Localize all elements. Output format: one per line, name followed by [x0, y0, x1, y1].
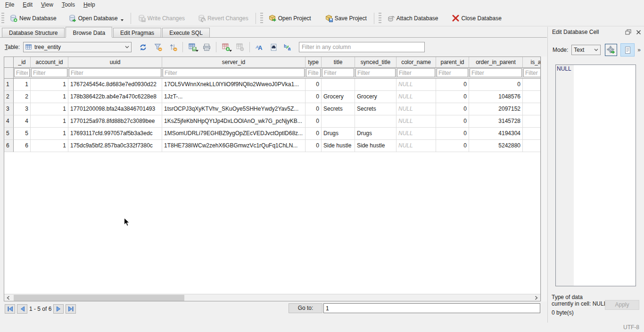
grid-cell[interactable]: 3145728: [469, 115, 523, 128]
column-header-title[interactable]: title: [322, 57, 355, 68]
horizontal-scrollbar[interactable]: [4, 294, 540, 301]
grid-cell[interactable]: 1: [31, 79, 68, 91]
grid-cell[interactable]: 1JzT-...: [162, 91, 305, 103]
vertical-scrollbar[interactable]: [541, 57, 547, 301]
grid-cell[interactable]: 1767245454c.8d683e7ed0930d22: [68, 79, 162, 91]
tab-edit-pragmas[interactable]: Edit Pragmas: [113, 28, 161, 37]
last-record-button[interactable]: [66, 304, 76, 314]
grid-cell[interactable]: 0: [436, 128, 469, 140]
float-panel-icon[interactable]: [625, 29, 631, 35]
previous-record-button[interactable]: [17, 304, 27, 314]
save-table-view-button[interactable]: [187, 41, 198, 53]
grid-cell[interactable]: 0: [305, 115, 322, 128]
row-number[interactable]: 1: [4, 79, 14, 91]
grid-cell[interactable]: 1T8HE738IWCw2zehX6GBGmwzVc1rQuFq1ChLN...: [162, 140, 305, 152]
column-header-type[interactable]: type: [305, 57, 322, 68]
grid-cell[interactable]: 1KsZ5jfeKbNHpQYtJp4DxLOOlAnO_wk7G_pcNjyK…: [162, 115, 305, 128]
filter-input-account_id[interactable]: [31, 68, 67, 77]
menu-file[interactable]: File: [1, 0, 18, 9]
filter-input-_id[interactable]: [14, 68, 30, 77]
save-project-button[interactable]: Save Project: [321, 12, 371, 24]
refresh-button[interactable]: [137, 41, 149, 53]
grid-cell[interactable]: [355, 79, 396, 91]
filter-input-type[interactable]: [306, 68, 321, 77]
column-header-uuid[interactable]: uuid: [68, 57, 162, 68]
goto-button[interactable]: Go to:: [289, 303, 322, 313]
filter-input-order_in_parent[interactable]: [470, 68, 522, 77]
grid-cell[interactable]: Secrets: [322, 103, 355, 115]
goto-record-input[interactable]: [323, 303, 540, 313]
grid-cell[interactable]: 4194304: [469, 128, 523, 140]
tab-database-structure[interactable]: Database Structure: [2, 28, 65, 37]
grid-cell[interactable]: [523, 103, 541, 115]
grid-cell[interactable]: 17701200098.bfa24a3846701493: [68, 103, 162, 115]
column-header-account_id[interactable]: account_id: [31, 57, 68, 68]
insert-record-button[interactable]: [220, 41, 231, 53]
toolbar-overflow-icon[interactable]: »: [637, 47, 641, 53]
grid-cell[interactable]: 0: [305, 128, 322, 140]
grid-cell[interactable]: [523, 128, 541, 140]
grid-cell[interactable]: 1: [31, 128, 68, 140]
grid-cell[interactable]: NULL: [396, 115, 436, 128]
grid-cell[interactable]: 2097152: [469, 103, 523, 115]
grid-cell[interactable]: 5: [14, 128, 31, 140]
grid-cell[interactable]: 3: [14, 103, 31, 115]
grid-cell[interactable]: 178b386422b.ab4e7a470c6228e8: [68, 91, 162, 103]
grid-cell[interactable]: 4: [14, 115, 31, 128]
grid-cell[interactable]: 5242880: [469, 140, 523, 152]
grid-cell[interactable]: 0: [305, 140, 322, 152]
menu-help[interactable]: Help: [79, 0, 99, 9]
grid-cell[interactable]: 175dc9a5bf2.857ba0c332f7380c: [68, 140, 162, 152]
replace-button[interactable]: ba: [282, 41, 293, 53]
grid-cell[interactable]: [322, 115, 355, 128]
new-database-button[interactable]: New Database: [6, 12, 61, 24]
column-header-is_ar[interactable]: is_ar: [523, 57, 541, 68]
save-table-dropdown-icon[interactable]: [196, 50, 198, 52]
tab-browse-data[interactable]: Browse Data: [66, 27, 112, 38]
grid-cell[interactable]: 1: [31, 91, 68, 103]
menu-view[interactable]: View: [37, 0, 58, 9]
grid-cell[interactable]: NULL: [396, 91, 436, 103]
grid-cell[interactable]: 17693117cfd.997057af5b3a3edc: [68, 128, 162, 140]
grid-cell[interactable]: Grocery: [355, 91, 396, 103]
grid-cell[interactable]: 1: [14, 79, 31, 91]
scroll-right-button[interactable]: [532, 294, 540, 301]
grid-cell[interactable]: Secrets: [355, 103, 396, 115]
grid-cell[interactable]: 0: [436, 79, 469, 91]
clear-sorting-button[interactable]: [167, 41, 179, 53]
grid-cell[interactable]: 1tsrOCPJ3qXyKTVhv_SKuOye5SHHeYwdy2Yav5Z.…: [162, 103, 305, 115]
grid-cell[interactable]: [523, 115, 541, 128]
grid-cell[interactable]: 0: [436, 103, 469, 115]
filter-input-color_name[interactable]: [397, 68, 435, 77]
open-project-button[interactable]: Open Project: [264, 12, 315, 24]
menu-edit[interactable]: Edit: [18, 0, 37, 9]
scroll-left-button[interactable]: [4, 294, 12, 301]
global-filter-input[interactable]: [299, 42, 425, 52]
grid-cell[interactable]: NULL: [396, 128, 436, 140]
filter-input-title[interactable]: [322, 68, 354, 77]
table-selector[interactable]: tree_entity: [23, 42, 132, 52]
column-header-server_id[interactable]: server_id: [162, 57, 305, 68]
row-number[interactable]: 2: [4, 91, 14, 103]
row-number[interactable]: 5: [4, 128, 14, 140]
scrollbar-thumb[interactable]: [14, 295, 184, 301]
grid-cell[interactable]: 0: [305, 79, 322, 91]
close-panel-icon[interactable]: [636, 30, 641, 35]
print-button[interactable]: [201, 41, 212, 53]
menu-tools[interactable]: Tools: [58, 0, 79, 9]
grid-cell[interactable]: NULL: [396, 140, 436, 152]
filter-input-is_ar[interactable]: [523, 68, 541, 77]
grid-cell[interactable]: [523, 91, 541, 103]
close-database-button[interactable]: Close Database: [448, 12, 505, 24]
row-number[interactable]: 3: [4, 103, 14, 115]
toolbar-drag-handle[interactable]: [1, 13, 4, 24]
open-database-dropdown-icon[interactable]: [121, 19, 124, 21]
grid-cell[interactable]: Drugs: [355, 128, 396, 140]
column-header-synced_title[interactable]: synced_title: [355, 57, 396, 68]
grid-cell[interactable]: 1MSomUDRLi79EGHBZ9ygOpZEcVEDJvctOptlD68z…: [162, 128, 305, 140]
grid-cell[interactable]: 6: [14, 140, 31, 152]
grid-cell[interactable]: 0: [469, 79, 523, 91]
grid-cell[interactable]: 1: [31, 103, 68, 115]
row-number[interactable]: 6: [4, 140, 14, 152]
toolbar-drag-handle[interactable]: [260, 13, 263, 24]
